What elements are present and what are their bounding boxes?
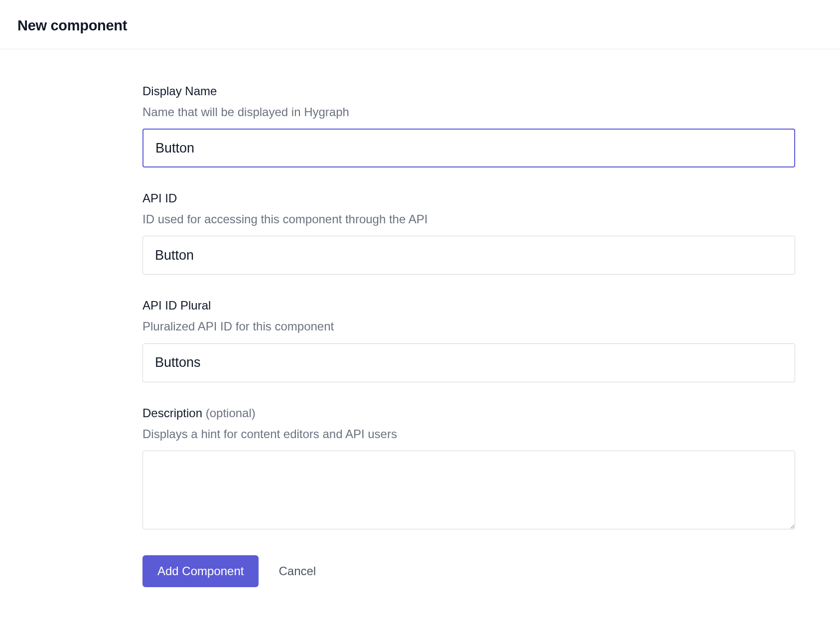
api-id-plural-label: API ID Plural [142, 299, 795, 313]
display-name-hint: Name that will be displayed in Hygraph [142, 104, 795, 120]
api-id-input[interactable] [142, 236, 795, 275]
api-id-plural-group: API ID Plural Pluralized API ID for this… [142, 299, 795, 382]
api-id-plural-input[interactable] [142, 343, 795, 382]
display-name-label: Display Name [142, 84, 795, 98]
description-label-text: Description [142, 406, 202, 420]
description-group: Description (optional) Displays a hint f… [142, 406, 795, 531]
add-component-button[interactable]: Add Component [142, 555, 259, 587]
page-title: New component [17, 17, 823, 34]
api-id-plural-hint: Pluralized API ID for this component [142, 318, 795, 334]
page-header: New component [0, 0, 840, 49]
api-id-hint: ID used for accessing this component thr… [142, 211, 795, 227]
description-hint: Displays a hint for content editors and … [142, 426, 795, 442]
cancel-button[interactable]: Cancel [274, 555, 321, 587]
description-optional-text: (optional) [206, 406, 256, 420]
api-id-label: API ID [142, 191, 795, 205]
display-name-input[interactable] [142, 129, 795, 167]
description-label: Description (optional) [142, 406, 795, 420]
form-container: Display Name Name that will be displayed… [142, 49, 795, 587]
display-name-group: Display Name Name that will be displayed… [142, 84, 795, 167]
description-input[interactable] [142, 451, 795, 529]
api-id-group: API ID ID used for accessing this compon… [142, 191, 795, 275]
action-buttons: Add Component Cancel [142, 555, 795, 587]
